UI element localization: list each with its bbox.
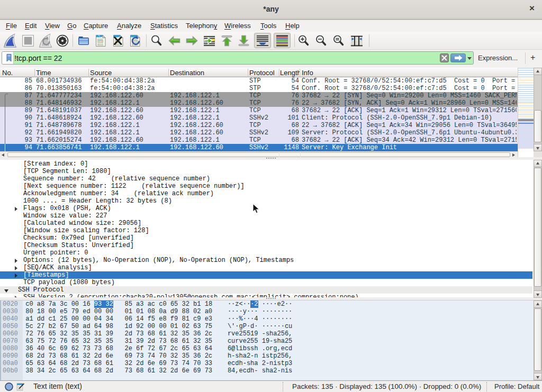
svg-text:0111: 0111 [97,43,103,46]
